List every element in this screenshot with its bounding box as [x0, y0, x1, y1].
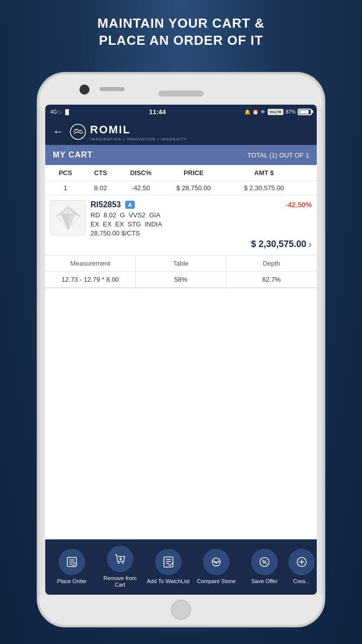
diamond-image — [50, 200, 85, 235]
measurement-headers: Measurement Table Depth — [45, 256, 317, 272]
eye-icon: 👁 — [260, 109, 265, 115]
col-cts: CTS — [80, 169, 121, 177]
status-right: 🔔 ⏰ 👁 VoLTE 87% — [244, 109, 312, 115]
phone-frame: 4G↑↓ ▐▌ 11:44 🔔 ⏰ 👁 VoLTE 87% ← — [38, 73, 324, 626]
shape: RD — [90, 211, 100, 219]
battery-icon — [298, 109, 312, 115]
app-header: ← ROMIL IMAGINATION • INNOVATION • INGEN… — [45, 119, 317, 145]
symmetry: EX — [115, 220, 124, 228]
phone-screen: 4G↑↓ ▐▌ 11:44 🔔 ⏰ 👁 VoLTE 87% ← — [45, 105, 317, 595]
status-left: 4G↑↓ ▐▌ — [50, 109, 71, 115]
diamond-card[interactable]: RI52853 A -42.50% RD 8.02 G VVS2 GIA EX … — [45, 195, 317, 256]
save-offer-label: Save Offer — [251, 578, 278, 585]
back-button[interactable]: ← — [53, 125, 64, 138]
phone-speaker — [158, 91, 204, 97]
battery-percent: 87% — [286, 109, 296, 115]
diamond-id-row: RI52853 A -42.50% — [90, 200, 312, 209]
phone-top — [39, 74, 323, 107]
volte-badge: VoLTE — [267, 109, 284, 115]
signal-icon: 4G↑↓ — [50, 109, 62, 115]
status-bar: 4G↑↓ ▐▌ 11:44 🔔 ⏰ 👁 VoLTE 87% — [45, 105, 317, 119]
table-value: 58% — [136, 272, 226, 287]
cell-pcs: 1 — [50, 184, 80, 192]
logo-icon — [70, 124, 86, 140]
logo-subtitle: IMAGINATION • INNOVATION • INGENUITY — [90, 137, 187, 141]
svg-rect-18 — [164, 557, 173, 567]
table-label: Table — [136, 256, 226, 271]
remove-from-cart-button[interactable]: Remove from Cart — [96, 543, 144, 591]
create-label: Crea... — [293, 578, 310, 585]
status-time: 11:44 — [149, 108, 166, 116]
save-offer-button[interactable]: % Save Offer — [240, 546, 289, 587]
add-to-watchlist-label: Add To WatchList — [147, 578, 190, 585]
weight: 8.02 — [104, 211, 116, 219]
compare-stone-label: Compare Stone — [197, 578, 236, 585]
clock-icon: ⏰ — [252, 109, 258, 115]
header-line1: MAINTAIN YOUR CART & — [0, 15, 362, 32]
chevron-right-icon: › — [308, 238, 312, 250]
col-disc: DISC% — [121, 169, 161, 177]
add-to-watchlist-button[interactable]: Add To WatchList — [144, 546, 193, 587]
svg-point-13 — [73, 563, 77, 567]
svg-marker-3 — [61, 214, 68, 229]
remove-from-cart-label: Remove from Cart — [98, 575, 143, 588]
col-pcs: PCS — [50, 169, 80, 177]
signal-bars: ▐▌ — [63, 109, 70, 115]
create-button[interactable]: Crea... — [289, 546, 314, 587]
fluorescence: STG — [128, 220, 141, 228]
color: G — [120, 211, 125, 219]
compare-stone-button[interactable]: Compare Stone — [192, 546, 240, 587]
cell-disc: -42.50 — [121, 184, 161, 192]
header-line2: PLACE AN ORDER OF IT — [0, 32, 362, 49]
logo-text-container: ROMIL IMAGINATION • INNOVATION • INGENUI… — [90, 123, 187, 141]
origin: INDIA — [145, 220, 162, 228]
save-offer-icon-circle: % — [251, 549, 278, 575]
diamond-price-cts: 28,750.00 $/CTS — [90, 229, 312, 237]
watchlist-icon — [162, 555, 175, 569]
diamond-id: RI52853 — [90, 200, 121, 209]
diamond-card-top: RI52853 A -42.50% RD 8.02 G VVS2 GIA EX … — [50, 200, 312, 250]
place-order-icon — [65, 555, 78, 569]
diamond-price-row: $ 2,30,575.00 › — [90, 238, 312, 250]
empty-space — [45, 288, 317, 490]
table-row: 1 8.02 -42.50 $ 28,750.00 $ 2,30,575.00 — [45, 181, 317, 195]
alarm-icon: 🔔 — [244, 109, 250, 115]
phone-sensor — [100, 87, 125, 91]
remove-cart-icon — [114, 552, 127, 566]
place-order-icon-circle — [59, 549, 85, 575]
clarity: VVS2 — [129, 211, 145, 219]
logo-container: ROMIL IMAGINATION • INNOVATION • INGENUI… — [70, 123, 187, 141]
cell-amt: $ 2,30,575.00 — [226, 184, 302, 192]
diamond-grades: EX EX EX STG INDIA — [90, 220, 312, 228]
cell-price: $ 28,750.00 — [161, 184, 226, 192]
page-header: MAINTAIN YOUR CART & PLACE AN ORDER OF I… — [0, 15, 362, 49]
diamond-svg — [54, 204, 82, 232]
svg-point-15 — [122, 562, 123, 564]
measurement-label: Measurement — [45, 256, 136, 271]
depth-value: 62.7% — [226, 272, 317, 287]
cart-header: MY CART TOTAL (1) OUT OF 1 — [45, 145, 317, 165]
phone-bottom — [39, 595, 323, 625]
cell-cts: 8.02 — [80, 184, 121, 192]
compare-icon — [210, 555, 223, 569]
logo-name: ROMIL — [90, 123, 187, 136]
diamond-total-price: $ 2,30,575.00 — [251, 239, 306, 250]
place-order-button[interactable]: Place Order — [48, 546, 96, 587]
cart-total: TOTAL (1) OUT OF 1 — [247, 151, 309, 159]
depth-label: Depth — [226, 256, 317, 271]
svg-point-14 — [118, 562, 119, 564]
cut: EX — [90, 220, 99, 228]
discount-badge: -42.50% — [286, 201, 312, 209]
save-offer-icon: % — [258, 555, 271, 569]
remove-cart-icon-circle — [107, 546, 133, 572]
compare-icon-circle — [203, 549, 229, 575]
measurement-values: 12.73 - 12.79 * 8.00 58% 62.7% — [45, 272, 317, 287]
cert-badge: A — [125, 201, 135, 209]
lab: GIA — [149, 211, 160, 219]
col-amt: AMT $ — [226, 169, 302, 177]
phone-camera — [79, 85, 89, 95]
measurement-row: Measurement Table Depth 12.73 - 12.79 * … — [45, 256, 317, 288]
home-button[interactable] — [171, 600, 191, 620]
polish: EX — [103, 220, 112, 228]
svg-marker-4 — [68, 214, 75, 229]
